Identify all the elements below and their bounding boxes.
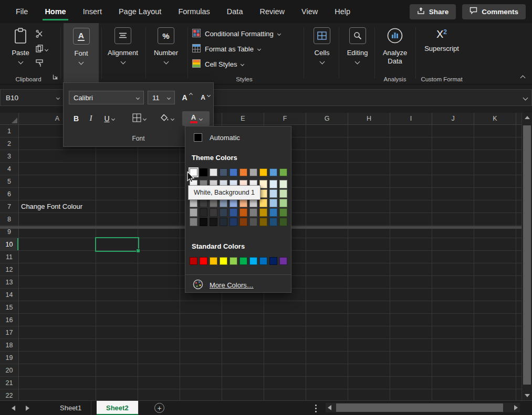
- scroll-right-icon[interactable]: [514, 405, 518, 410]
- theme-color-swatch-8[interactable]: [269, 168, 277, 176]
- standard-color-swatch-3[interactable]: [220, 257, 227, 265]
- cell-A7[interactable]: Change Font Colour: [21, 200, 96, 213]
- name-box[interactable]: B10: [0, 89, 69, 106]
- format-painter-button[interactable]: [34, 58, 56, 70]
- menu-tab-review[interactable]: Review: [251, 0, 293, 23]
- analyze-data-button[interactable]: Analyze Data: [378, 27, 412, 68]
- row-header-10[interactable]: 10: [0, 238, 18, 251]
- theme-variant-swatch-9-3[interactable]: [279, 208, 287, 217]
- menu-tab-insert[interactable]: Insert: [75, 0, 110, 23]
- vertical-scroll-thumb[interactable]: [523, 125, 531, 385]
- theme-variant-swatch-5-4[interactable]: [239, 218, 247, 226]
- column-header-K[interactable]: K: [474, 113, 516, 125]
- theme-variant-swatch-0-3[interactable]: [190, 208, 197, 217]
- theme-variant-swatch-8-1[interactable]: [269, 189, 277, 198]
- theme-variant-swatch-8-2[interactable]: [269, 199, 277, 207]
- theme-variant-swatch-6-3[interactable]: [249, 208, 257, 217]
- fill-color-button[interactable]: [155, 111, 178, 126]
- standard-color-swatch-4[interactable]: [230, 257, 237, 265]
- menu-tab-home[interactable]: Home: [36, 0, 74, 23]
- borders-button[interactable]: [128, 111, 151, 126]
- next-sheet-icon[interactable]: [26, 406, 29, 411]
- format-as-table-button[interactable]: Format as Table: [192, 42, 260, 55]
- theme-variant-swatch-9-2[interactable]: [279, 199, 287, 207]
- theme-color-swatch-3[interactable]: [220, 168, 227, 176]
- theme-variant-swatch-9-0[interactable]: [279, 180, 287, 188]
- standard-color-swatch-9[interactable]: [279, 257, 287, 265]
- standard-color-swatch-6[interactable]: [249, 257, 257, 265]
- theme-variant-swatch-7-3[interactable]: [259, 208, 267, 217]
- alignment-button[interactable]: Alignment: [105, 27, 141, 63]
- theme-variant-swatch-7-4[interactable]: [259, 218, 267, 226]
- conditional-formatting-button[interactable]: Conditional Formatting: [192, 27, 280, 40]
- theme-variant-swatch-1-2[interactable]: [200, 199, 207, 207]
- scroll-left-icon[interactable]: [328, 405, 331, 410]
- theme-variant-swatch-8-0[interactable]: [269, 180, 277, 188]
- theme-variant-swatch-3-4[interactable]: [220, 218, 227, 226]
- column-header-H[interactable]: H: [348, 113, 390, 125]
- row-header-13[interactable]: 13: [0, 276, 18, 289]
- column-header-E[interactable]: E: [222, 113, 264, 125]
- column-header-I[interactable]: I: [390, 113, 432, 125]
- theme-variant-swatch-2-2[interactable]: [210, 199, 217, 207]
- standard-color-swatch-5[interactable]: [239, 257, 247, 265]
- row-header-21[interactable]: 21: [0, 377, 18, 389]
- selected-cell-B10[interactable]: [95, 237, 139, 252]
- row-header-17[interactable]: 17: [0, 326, 18, 339]
- row-header-8[interactable]: 8: [0, 213, 18, 226]
- standard-color-swatch-2[interactable]: [210, 257, 217, 265]
- theme-color-swatch-6[interactable]: [249, 168, 257, 176]
- theme-variant-swatch-0-4[interactable]: [190, 218, 197, 226]
- theme-variant-swatch-4-3[interactable]: [230, 208, 237, 217]
- theme-variant-swatch-6-4[interactable]: [249, 218, 257, 226]
- standard-color-swatch-7[interactable]: [259, 257, 267, 265]
- theme-color-swatch-7[interactable]: [259, 168, 267, 176]
- horizontal-scroll-thumb[interactable]: [336, 403, 503, 412]
- theme-color-swatch-2[interactable]: [210, 168, 217, 176]
- previous-sheet-icon[interactable]: [12, 406, 15, 411]
- horizontal-scrollbar[interactable]: [326, 403, 520, 412]
- theme-variant-swatch-7-2[interactable]: [259, 199, 267, 207]
- theme-variant-swatch-5-2[interactable]: [239, 199, 247, 207]
- more-colors-item[interactable]: More Colors…: [185, 278, 291, 292]
- paste-button[interactable]: Paste: [8, 27, 33, 63]
- sheet-tab-sheet2[interactable]: Sheet2: [97, 401, 139, 415]
- vertical-scrollbar[interactable]: [521, 113, 532, 400]
- column-header-F[interactable]: F: [264, 113, 306, 125]
- fill-handle[interactable]: [136, 249, 140, 253]
- theme-variant-swatch-4-4[interactable]: [230, 218, 237, 226]
- theme-variant-swatch-5-3[interactable]: [239, 208, 247, 217]
- theme-color-swatch-1[interactable]: [200, 168, 207, 176]
- menu-tab-formulas[interactable]: Formulas: [170, 0, 218, 23]
- sheet-options-icon[interactable]: [315, 405, 317, 414]
- cells-button[interactable]: Cells: [309, 27, 335, 63]
- cut-button[interactable]: [34, 28, 56, 41]
- row-header-20[interactable]: 20: [0, 364, 18, 377]
- theme-variant-swatch-2-3[interactable]: [210, 208, 217, 217]
- share-button[interactable]: Share: [410, 4, 456, 19]
- theme-variant-swatch-6-2[interactable]: [249, 199, 257, 207]
- theme-variant-swatch-7-1[interactable]: [259, 189, 267, 198]
- comments-button[interactable]: Comments: [462, 4, 526, 19]
- theme-variant-swatch-0-2[interactable]: [190, 199, 197, 207]
- superscript-button[interactable]: X2 Superscript: [419, 27, 464, 56]
- theme-variant-swatch-8-3[interactable]: [269, 208, 277, 217]
- row-header-12[interactable]: 12: [0, 263, 18, 276]
- theme-variant-swatch-9-4[interactable]: [279, 218, 287, 226]
- grow-font-button[interactable]: A: [179, 90, 195, 105]
- menu-tab-help[interactable]: Help: [326, 0, 359, 23]
- select-all-corner[interactable]: [0, 113, 19, 125]
- editing-button[interactable]: Editing: [343, 27, 372, 63]
- standard-color-swatch-8[interactable]: [269, 257, 277, 265]
- theme-variant-swatch-3-3[interactable]: [220, 208, 227, 217]
- automatic-color-item[interactable]: Automatic: [185, 130, 291, 145]
- row-header-19[interactable]: 19: [0, 352, 18, 364]
- row-header-15[interactable]: 15: [0, 301, 18, 314]
- ribbon-font-button[interactable]: A Font: [64, 23, 99, 82]
- scroll-up-icon[interactable]: [525, 116, 530, 119]
- clipboard-dialog-launcher[interactable]: [53, 72, 58, 82]
- theme-variant-swatch-3-2[interactable]: [220, 199, 227, 207]
- standard-color-swatch-0[interactable]: [190, 257, 197, 265]
- row-header-16[interactable]: 16: [0, 314, 18, 326]
- scroll-down-icon[interactable]: [525, 394, 530, 397]
